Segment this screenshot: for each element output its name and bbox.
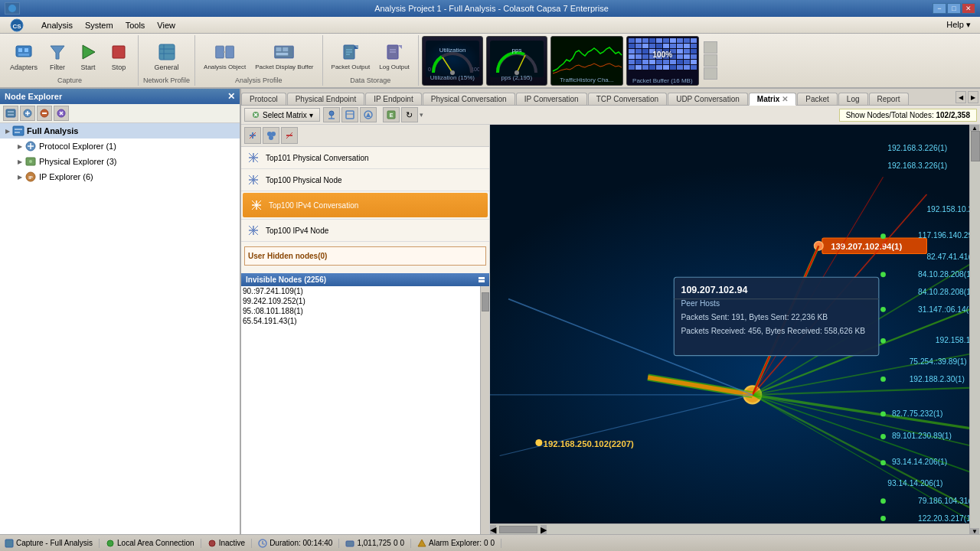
svg-rect-239 <box>346 541 354 546</box>
svg-rect-83 <box>629 60 635 64</box>
matrix-left-btn-2[interactable] <box>263 127 279 144</box>
statusbar-capture: Capture - Full Analysis <box>5 539 100 548</box>
network-profile-group: General Network Profile <box>139 35 195 86</box>
svg-point-223 <box>880 434 886 439</box>
tab-physical-endpoint[interactable]: Physical Endpoint <box>287 93 365 105</box>
tab-ip-conversation[interactable]: IP Conversation <box>516 93 587 105</box>
tab-report[interactable]: Report <box>869 93 909 105</box>
tab-scroll-left[interactable]: ◀ <box>956 91 966 103</box>
matrix-tool-1[interactable] <box>323 107 340 122</box>
start-button[interactable]: Start <box>74 39 103 73</box>
invisible-nodes-header: Invisible Nodes (2256) <box>241 273 489 286</box>
packet-display-buffer-button[interactable]: Packet Display Buffer <box>251 39 317 73</box>
svg-text:93.14.14.206(1): 93.14.14.206(1) <box>892 458 947 466</box>
tab-packet[interactable]: Packet <box>797 93 838 105</box>
log-output-button[interactable]: Log Output <box>375 39 413 73</box>
analysis-object-button[interactable]: Analysis Object <box>200 39 250 73</box>
capture-label: Capture <box>57 77 82 84</box>
invisible-nodes-list: 90.:97.241.109(1) 99.242.109.252(1) 95.:… <box>241 286 489 534</box>
tree-item-protocol-explorer[interactable]: ▶ Protocol Explorer (1) <box>0 139 240 154</box>
tab-log[interactable]: Log <box>838 93 868 105</box>
tab-scroll-right[interactable]: ▶ <box>968 91 978 103</box>
node-explorer-close[interactable]: ✕ <box>227 91 235 102</box>
tree-item-full-analysis[interactable]: ▶ Full Analysis <box>0 123 240 139</box>
svg-rect-96 <box>649 65 655 70</box>
svg-rect-56 <box>649 44 655 48</box>
tab-physical-conversation[interactable]: Physical Conversation <box>423 93 515 105</box>
svg-text:0: 0 <box>428 67 431 72</box>
statusbar: Capture - Full Analysis Local Area Conne… <box>0 534 980 551</box>
invisible-nodes-scrollbar[interactable] <box>480 286 489 534</box>
menu-tools[interactable]: Tools <box>119 19 152 31</box>
main-area: Node Explorer ✕ ▶ <box>0 89 980 534</box>
filter-button[interactable]: Filter <box>43 39 72 73</box>
svg-text:E: E <box>389 112 393 118</box>
statusbar-connection: Local Area Connection <box>106 539 201 548</box>
ne-btn-4[interactable] <box>54 106 69 121</box>
matrix-tool-3[interactable] <box>360 107 377 122</box>
tab-protocol[interactable]: Protocol <box>241 93 286 105</box>
packet-output-button[interactable]: Packet Output <box>328 39 374 73</box>
tree-item-physical-explorer[interactable]: ▶ Physical Explorer (3) <box>0 154 240 169</box>
general-button[interactable]: General <box>151 39 183 73</box>
ne-btn-3[interactable] <box>37 106 52 121</box>
top100-physical-node-label: Top100 Physical Node <box>266 176 342 184</box>
matrix-export-button[interactable]: E <box>383 107 400 122</box>
matrix-tool-2[interactable] <box>341 107 358 122</box>
close-button[interactable]: ✕ <box>962 3 975 14</box>
menu-help[interactable]: Help ▾ <box>940 18 977 31</box>
ne-btn-1[interactable] <box>3 106 18 121</box>
svg-rect-115 <box>15 129 22 130</box>
ne-btn-2[interactable] <box>20 106 35 121</box>
system-menu-icon[interactable] <box>5 2 20 15</box>
matrix-item-top101-physical-conv[interactable]: Top101 Physical Conversation <box>241 147 489 168</box>
menu-system[interactable]: System <box>79 19 119 31</box>
svg-text:192.168.250.102(2207): 192.168.250.102(2207) <box>544 439 634 448</box>
svg-rect-89 <box>670 60 676 64</box>
svg-point-226 <box>880 516 886 521</box>
svg-rect-57 <box>656 44 662 48</box>
packet-buffer-label: Packet Buffer (16 MB) <box>627 77 698 85</box>
select-matrix-button[interactable]: Select Matrix ▾ <box>244 108 320 122</box>
tab-matrix[interactable]: Matrix ✕ <box>749 93 796 106</box>
minimize-button[interactable]: − <box>933 3 946 14</box>
svg-rect-18 <box>276 47 282 51</box>
toolbar-extra-btn-2[interactable] <box>704 54 717 67</box>
tab-udp-conversation[interactable]: UDP Conversation <box>668 93 748 105</box>
matrix-item-top100-ipv4-conv[interactable]: Top100 IPv4 Conversation <box>243 193 488 217</box>
graph-scrollbar-h[interactable]: ◀ ▶ <box>490 523 969 534</box>
svg-rect-45 <box>642 38 648 43</box>
matrix-left-btn-1[interactable] <box>244 127 261 144</box>
svg-point-199 <box>535 439 542 446</box>
matrix-item-top100-physical-node[interactable]: Top100 Physical Node <box>241 169 489 191</box>
svg-point-222 <box>880 412 886 417</box>
maximize-button[interactable]: □ <box>947 3 961 14</box>
tab-tcp-conversation[interactable]: TCP Conversation <box>588 93 668 105</box>
svg-text:109.207.102.94: 109.207.102.94 <box>681 285 747 295</box>
toolbar-extra-btn-3[interactable] <box>704 67 717 80</box>
svg-rect-41 <box>551 37 623 75</box>
menu-analysis[interactable]: Analysis <box>35 19 79 31</box>
svg-marker-240 <box>418 540 426 546</box>
tab-ip-endpoint[interactable]: IP Endpoint <box>365 93 422 105</box>
matrix-refresh-button[interactable]: ↻ <box>401 107 418 122</box>
tree-item-ip-explorer[interactable]: ▶ IP IP Explorer (6) <box>0 169 240 184</box>
svg-text:75.254.:39.89(1): 75.254.:39.89(1) <box>910 357 967 366</box>
adapters-button[interactable]: Adapters <box>6 39 41 73</box>
menu-view[interactable]: View <box>151 19 181 31</box>
svg-rect-104 <box>8 111 14 112</box>
matrix-left-btn-3[interactable] <box>281 127 298 144</box>
toolbar-extra-btn-1[interactable] <box>704 41 717 54</box>
graph-scrollbar-v[interactable]: ▲ ▼ <box>969 125 980 534</box>
data-storage-group: Packet Output Log Output Data Storage <box>323 35 419 86</box>
svg-point-139 <box>271 132 276 136</box>
svg-rect-98 <box>663 65 669 70</box>
tab-matrix-close[interactable]: ✕ <box>782 95 788 103</box>
svg-rect-92 <box>691 60 697 64</box>
stop-button[interactable]: Stop <box>104 39 133 73</box>
tree-label-protocol-explorer: Protocol Explorer (1) <box>39 142 116 151</box>
svg-rect-49 <box>670 38 676 43</box>
matrix-item-top100-ipv4-node[interactable]: Top100 IPv4 Node <box>241 220 489 241</box>
svg-text:Peer Hosts: Peer Hosts <box>681 299 720 308</box>
svg-text:89.101.230.89(1): 89.101.230.89(1) <box>892 432 952 440</box>
